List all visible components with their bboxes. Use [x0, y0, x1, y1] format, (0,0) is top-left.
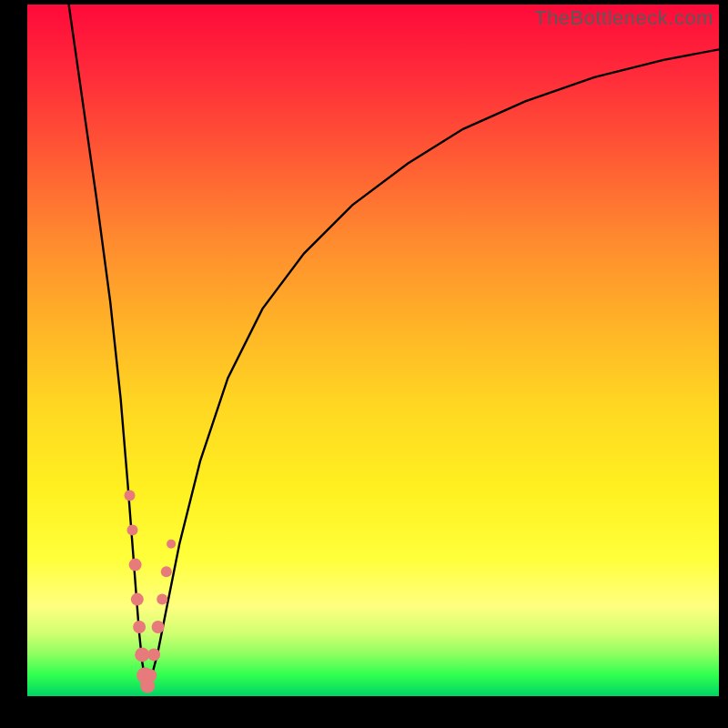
marker-dot [144, 669, 157, 682]
chart-frame: TheBottleneck.com [0, 0, 728, 728]
marker-dot [152, 621, 165, 633]
marker-dot [125, 490, 136, 501]
marker-dot [167, 540, 176, 549]
curve-left-branch [69, 5, 148, 688]
marker-dot [129, 559, 142, 571]
marker-dot [127, 525, 138, 536]
marker-dot [133, 621, 146, 633]
marker-dot [135, 647, 149, 662]
marker-dot [157, 594, 167, 605]
plot-area: TheBottleneck.com [27, 5, 719, 696]
marker-dot [131, 593, 144, 606]
curve-layer [27, 5, 719, 696]
curve-right-branch [147, 49, 719, 688]
marker-dot [161, 566, 172, 577]
marker-dot [147, 648, 160, 661]
